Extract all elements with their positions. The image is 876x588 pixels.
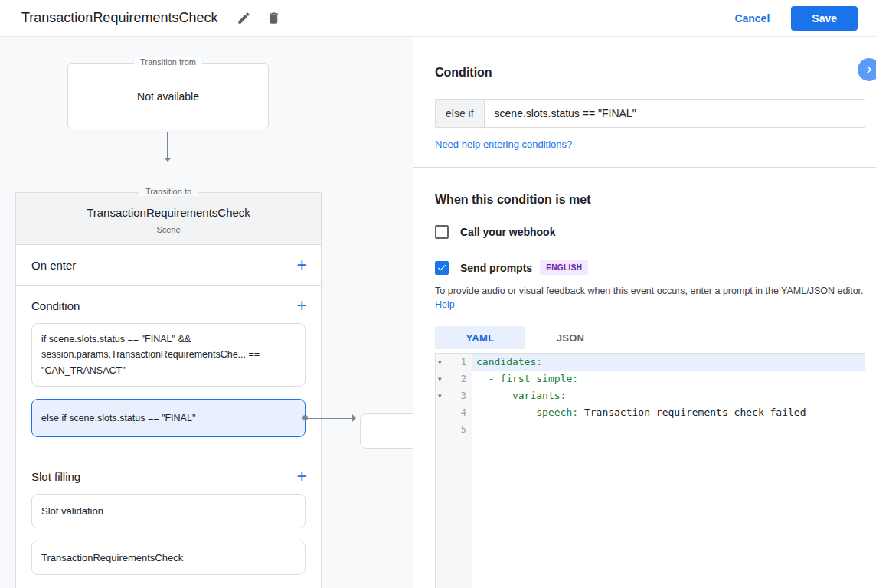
transition-from-box: Transition from Not available <box>67 63 269 129</box>
code-line[interactable] <box>472 421 865 438</box>
add-icon: + <box>297 296 307 315</box>
edit-button[interactable] <box>233 7 255 29</box>
chevron-right-icon <box>861 62 876 77</box>
fold-arrow-icon[interactable]: ▾ <box>438 358 442 366</box>
transition-from-value: Not available <box>137 90 199 103</box>
scene-title: TransactionRequirementsCheck <box>25 206 312 219</box>
code-line[interactable]: variants: <box>472 387 865 404</box>
header: TransactionRequirementsCheck Cancel Save <box>0 0 876 37</box>
transition-target-box[interactable] <box>360 413 413 449</box>
code-token: candidates: <box>476 356 542 368</box>
transition-to-label: Transition to <box>139 187 198 196</box>
editor-code-area[interactable]: candidates: - first_simple: variants: - … <box>472 354 865 588</box>
panel-title: Condition <box>435 66 865 80</box>
prompt-help-body: To provide audio or visual feedback when… <box>435 286 864 296</box>
slot-list: Slot validationTransactionRequirementsCh… <box>16 494 321 575</box>
tab-yaml[interactable]: YAML <box>435 326 525 349</box>
scene-type-label: Scene <box>25 225 312 234</box>
add-on-enter-button[interactable]: + <box>293 258 312 272</box>
code-line[interactable]: candidates: <box>472 354 865 371</box>
code-token: - speech: <box>525 407 578 418</box>
help-link[interactable]: Help <box>435 299 455 310</box>
webhook-checkbox[interactable] <box>435 225 449 239</box>
slot-filling-label: Slot filling <box>31 470 80 483</box>
check-icon <box>436 262 447 273</box>
pencil-icon <box>237 11 251 25</box>
gutter-row: 5 <box>436 421 472 438</box>
delete-button[interactable] <box>263 7 285 29</box>
code-token <box>476 390 512 401</box>
code-token: variants: <box>512 390 566 401</box>
when-condition-met-title: When this condition is met <box>435 193 865 207</box>
fold-arrow-icon[interactable]: ▾ <box>438 392 442 400</box>
code-token <box>476 407 525 418</box>
add-icon: + <box>297 466 307 486</box>
transition-from-label: Transition from <box>134 57 202 67</box>
gutter-row: 4 <box>436 404 472 421</box>
page-title: TransactionRequirementsCheck <box>21 10 217 26</box>
send-prompts-checkbox[interactable] <box>435 261 449 275</box>
code-token: - first_simple: <box>489 373 578 384</box>
send-prompts-label: Send prompts <box>460 262 532 274</box>
on-enter-section: On enter + <box>16 245 321 286</box>
condition-input[interactable] <box>485 100 865 127</box>
collapse-panel-button[interactable] <box>858 58 876 81</box>
gutter-row: ▾2 <box>436 371 472 387</box>
line-number: 5 <box>436 424 472 435</box>
fold-arrow-icon[interactable]: ▾ <box>438 375 442 383</box>
condition-item[interactable]: else if scene.slots.status == "FINAL" <box>31 399 306 437</box>
slot-item[interactable]: TransactionRequirementsCheck <box>31 541 306 575</box>
condition-editor-row: else if <box>435 99 865 128</box>
webhook-row: Call your webhook <box>435 225 865 239</box>
conn-arrow <box>352 414 360 422</box>
on-enter-label: On enter <box>31 259 76 272</box>
add-icon: + <box>297 255 307 275</box>
scene-card[interactable]: Transition to TransactionRequirementsChe… <box>15 192 322 588</box>
tab-json[interactable]: JSON <box>525 326 616 349</box>
gutter-row: ▾1 <box>436 354 472 371</box>
flow-canvas[interactable]: Transition from Not available Transition… <box>0 37 413 588</box>
prompt-help-text: To provide audio or visual feedback when… <box>435 284 865 312</box>
flow-arrow-down <box>167 132 168 159</box>
slot-item[interactable]: Slot validation <box>31 494 306 528</box>
webhook-label: Call your webhook <box>460 226 555 238</box>
language-badge: ENGLISH <box>540 260 588 275</box>
condition-item[interactable]: if scene.slots.status == "FINAL" && sess… <box>31 323 306 387</box>
conn-line <box>306 418 355 419</box>
code-token: Transaction requirements check failed <box>578 407 806 418</box>
code-token <box>476 373 489 384</box>
condition-section: Condition + if scene.slots.status == "FI… <box>16 286 321 456</box>
save-button[interactable]: Save <box>791 6 858 31</box>
add-condition-button[interactable]: + <box>293 299 312 312</box>
gutter-row: ▾3 <box>436 387 472 404</box>
divider <box>413 167 876 168</box>
cancel-button[interactable]: Cancel <box>734 12 770 24</box>
editor-tabs: YAMLJSON <box>435 326 865 349</box>
editor-gutter: ▾1▾2▾345 <box>436 354 472 588</box>
main-area: Transition from Not available Transition… <box>0 37 876 588</box>
code-line[interactable]: - speech: Transaction requirements check… <box>472 404 865 421</box>
add-slot-button[interactable]: + <box>293 469 312 483</box>
condition-prefix: else if <box>436 100 485 127</box>
condition-section-label: Condition <box>31 299 80 312</box>
detail-panel: Condition else if Need help entering con… <box>413 37 876 588</box>
condition-list: if scene.slots.status == "FINAL" && sess… <box>16 323 321 437</box>
code-line[interactable]: - first_simple: <box>472 371 865 387</box>
scene-card-header: TransactionRequirementsCheck Scene <box>16 193 321 245</box>
line-number: 4 <box>436 407 472 418</box>
slot-filling-section: Slot filling + Slot validationTransactio… <box>16 456 321 588</box>
code-editor[interactable]: ▾1▾2▾345 candidates: - first_simple: var… <box>435 353 865 588</box>
conditions-help-link[interactable]: Need help entering conditions? <box>435 139 572 150</box>
trash-icon <box>266 11 281 25</box>
send-prompts-row: Send prompts ENGLISH <box>435 260 865 275</box>
